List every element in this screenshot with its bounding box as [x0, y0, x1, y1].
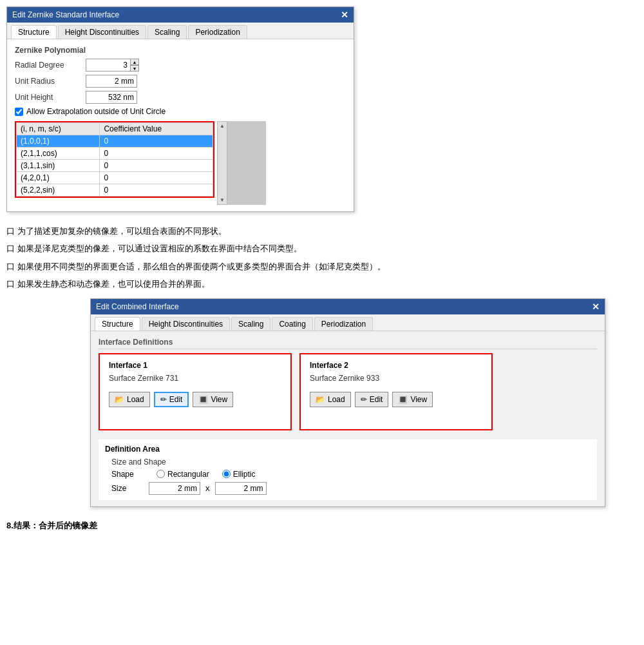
table-row[interactable]: (2,1,1,cos) 0: [17, 148, 213, 160]
size-label: Size: [111, 484, 144, 493]
text-para-2: 口 如果是泽尼克类型的像差，可以通过设置相应的系数在界面中结合不同类型。: [6, 241, 638, 256]
radial-degree-input-group: ▲ ▼: [86, 59, 139, 72]
tab-scaling-2[interactable]: Scaling: [231, 317, 270, 331]
interface2-view-button[interactable]: 🔳 View: [392, 392, 433, 407]
interface1-edit-label: Edit: [169, 395, 183, 404]
interface2-title: Interface 2: [310, 361, 482, 370]
combined-tabs: Structure Height Discontinuities Scaling…: [91, 314, 605, 331]
radial-degree-spinners: ▲ ▼: [130, 59, 139, 72]
zernike-tabs: Structure Height Discontinuities Scaling…: [7, 23, 354, 39]
size-input-1[interactable]: [149, 482, 200, 495]
result-text: 8.结果：合并后的镜像差: [6, 520, 638, 532]
unit-radius-input[interactable]: [86, 75, 137, 88]
zernike-dialog-title: Edit Zernike Standard Interface: [12, 10, 119, 19]
elliptic-label: Elliptic: [233, 470, 256, 479]
definition-area-title: Definition Area: [105, 445, 591, 454]
edit-pencil-icon-2: ✏: [361, 395, 367, 404]
size-input-2[interactable]: [215, 482, 267, 495]
tab-scaling-1[interactable]: Scaling: [147, 25, 187, 39]
radial-degree-label: Radial Degree: [15, 61, 86, 70]
row-index: (5,2,2,sin): [17, 184, 100, 197]
interface1-edit-button[interactable]: ✏ Edit: [154, 392, 189, 407]
table-row[interactable]: (3,1,1,sin) 0: [17, 160, 213, 172]
zernike-dialog-titlebar: Edit Zernike Standard Interface ✕: [7, 7, 354, 23]
unit-height-label: Unit Height: [15, 93, 86, 102]
interface1-surface: Surface Zernike 731: [109, 374, 281, 383]
unit-radius-row: Unit Radius: [15, 75, 346, 88]
interface1-load-label: Load: [127, 395, 144, 404]
interface2-buttons: 📂 Load ✏ Edit 🔳 View: [310, 392, 482, 407]
interface1-load-button[interactable]: 📂 Load: [109, 392, 150, 407]
table-row[interactable]: (1,0,0,1) 0: [17, 135, 213, 148]
tab-height-disc-2[interactable]: Height Discontinuities: [142, 317, 230, 331]
table-scrollbar[interactable]: ▲ ▼: [217, 121, 227, 205]
rectangular-radio[interactable]: [156, 470, 165, 478]
shape-label: Shape: [111, 470, 144, 479]
rectangular-option[interactable]: Rectangular: [156, 470, 209, 479]
text-para-4: 口 如果发生静态和动态像差，也可以使用合并的界面。: [6, 276, 638, 291]
zernike-close-icon[interactable]: ✕: [341, 10, 348, 20]
row-value: 0: [100, 184, 213, 197]
shape-row: Shape Rectangular Elliptic: [111, 470, 591, 479]
tab-periodization-1[interactable]: Periodization: [188, 25, 247, 39]
combined-dialog: Edit Combined Interface ✕ Structure Heig…: [90, 298, 605, 507]
row-value: 0: [100, 148, 213, 160]
zernike-dialog: Edit Zernike Standard Interface ✕ Struct…: [6, 6, 354, 212]
size-shape-section: Size and Shape Shape Rectangular Ellipti…: [111, 457, 591, 495]
unit-height-input[interactable]: [86, 91, 137, 104]
interface2-load-button[interactable]: 📂 Load: [310, 392, 351, 407]
extrapolation-label: Allow Extrapolation outside of Unit Circ…: [26, 107, 166, 116]
combined-dialog-title: Edit Combined Interface: [96, 302, 179, 311]
interface1-view-label: View: [211, 395, 227, 404]
extrapolation-row: Allow Extrapolation outside of Unit Circ…: [15, 107, 346, 116]
text-para-1: 口 为了描述更加复杂的镜像差，可以组合表面的不同形状。: [6, 224, 638, 238]
tab-height-disc-1[interactable]: Height Discontinuities: [58, 25, 146, 39]
combined-dialog-titlebar: Edit Combined Interface ✕: [91, 299, 605, 314]
text-paragraphs-section: 口 为了描述更加复杂的镜像差，可以组合表面的不同形状。 口 如果是泽尼克类型的像…: [6, 224, 638, 292]
interface2-edit-button[interactable]: ✏ Edit: [355, 392, 389, 407]
interface2-load-label: Load: [328, 395, 345, 404]
table-gray-area: [227, 121, 266, 205]
unit-radius-label: Unit Radius: [15, 77, 86, 86]
scroll-down-icon[interactable]: ▼: [220, 197, 225, 203]
radial-degree-input[interactable]: [86, 59, 131, 72]
unit-height-row: Unit Height: [15, 91, 346, 104]
col-header-coeff: Coefficient Value: [100, 123, 213, 135]
row-value: 0: [100, 172, 213, 184]
coeff-table: (i, n, m, s/c) Coefficient Value (1,0,0,…: [16, 122, 213, 197]
load-folder-icon-1: 📂: [115, 395, 124, 404]
row-index: (4,2,0,1): [17, 172, 100, 184]
tab-coating-2[interactable]: Coating: [272, 317, 312, 331]
tab-periodization-2[interactable]: Periodization: [314, 317, 373, 331]
load-folder-icon-2: 📂: [316, 395, 325, 404]
size-shape-title: Size and Shape: [111, 457, 591, 467]
table-row[interactable]: (4,2,0,1) 0: [17, 172, 213, 184]
text-para-3: 口 如果使用不同类型的界面更合适，那么组合的界面使两个或更多类型的界面合并（如泽…: [6, 259, 638, 274]
col-header-index: (i, n, m, s/c): [17, 123, 100, 135]
radial-degree-up[interactable]: ▲: [130, 59, 139, 65]
size-x-label: x: [205, 483, 210, 493]
table-row[interactable]: (5,2,2,sin) 0: [17, 184, 213, 197]
combined-close-icon[interactable]: ✕: [592, 302, 600, 312]
edit-pencil-icon-1: ✏: [160, 395, 167, 404]
definition-area-section: Definition Area Size and Shape Shape Rec…: [99, 439, 597, 500]
elliptic-option[interactable]: Elliptic: [222, 470, 256, 479]
tab-structure-2[interactable]: Structure: [95, 317, 140, 331]
interface-definitions-area: Interface 1 Surface Zernike 731 📂 Load ✏…: [99, 353, 597, 430]
interface2-view-label: View: [410, 395, 427, 404]
interface1-box: Interface 1 Surface Zernike 731 📂 Load ✏…: [99, 353, 292, 430]
coeff-table-container: (i, n, m, s/c) Coefficient Value (1,0,0,…: [15, 121, 214, 198]
size-row: Size x: [111, 482, 591, 495]
radial-degree-down[interactable]: ▼: [130, 65, 139, 72]
extrapolation-checkbox[interactable]: [15, 108, 23, 116]
view-3d-icon-1: 🔳: [198, 395, 208, 404]
combined-dialog-body: Interface Definitions Interface 1 Surfac…: [91, 331, 605, 506]
row-index: (3,1,1,sin): [17, 160, 100, 172]
row-index: (2,1,1,cos): [17, 148, 100, 160]
interface-definitions-label: Interface Definitions: [99, 338, 597, 349]
interface1-buttons: 📂 Load ✏ Edit 🔳 View: [109, 392, 281, 407]
elliptic-radio[interactable]: [222, 470, 231, 478]
scroll-up-icon[interactable]: ▲: [220, 123, 225, 129]
tab-structure-1[interactable]: Structure: [11, 25, 57, 39]
interface1-view-button[interactable]: 🔳 View: [193, 392, 233, 407]
